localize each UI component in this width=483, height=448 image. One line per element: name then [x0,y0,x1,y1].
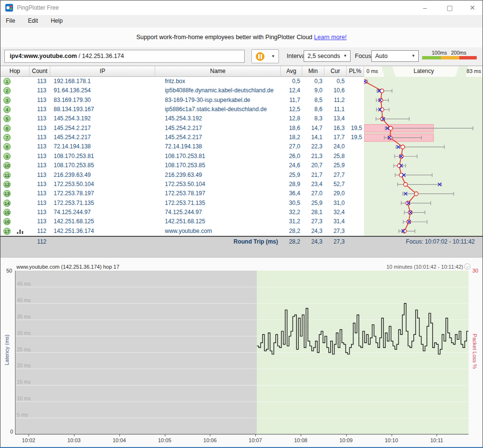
hop-number-badge: 5 [3,115,11,122]
count-cell: 113 [27,142,46,151]
per-hop-latency-graph[interactable] [364,77,483,236]
focus-value: Auto [375,53,388,59]
pause-menu-button[interactable]: ▼ [268,49,279,63]
pl-cell: 19,5 [345,133,362,142]
hop-number-badge: 11 [3,172,11,179]
latency-scale-legend: 100ms 200ms [422,50,477,61]
col-min[interactable]: Min [302,66,324,77]
avg-cell: 28,2 [280,227,300,236]
avg-cell: 18,2 [280,133,300,142]
hop-number-badge: 15 [3,209,11,216]
hop-number-badge: 13 [3,190,11,197]
x-tick [255,434,256,436]
name-cell: 108.170.253.85 [165,161,205,170]
close-button[interactable]: ✕ [464,0,481,15]
ip-cell: 216.239.63.49 [54,171,91,180]
count-cell: 112 [27,227,46,236]
hop-number-badge: 9 [3,153,11,160]
scale-200ms-label: 200ms [451,50,467,56]
menu-edit[interactable]: Edit [23,15,44,27]
avg-cell: 28,9 [280,180,300,189]
packet-loss-axis-title: Packet Loss % [472,330,478,373]
cur-cell: 10,6 [324,86,345,95]
ip-cell: 88.134.193.167 [54,105,94,114]
col-cur[interactable]: Cur [324,66,347,77]
menu-bar: File Edit Help [0,15,483,28]
min-cell: 0,3 [302,77,322,86]
name-cell: 145.254.3.192 [165,114,202,123]
scale-100ms-label: 100ms [432,50,447,56]
cur-cell: 29,0 [324,189,345,198]
interval-value: 2,5 seconds [307,53,340,59]
svg-text:40 ms: 40 ms [17,297,31,303]
name-cell: 216.239.63.49 [165,171,202,180]
packet-loss-axis-max: 30 [472,268,478,274]
menu-file[interactable]: File [0,15,20,27]
menu-help[interactable]: Help [45,15,68,27]
window-title: PingPlotter Free [17,4,59,11]
x-tick [301,434,301,436]
scale-segment [441,56,459,59]
maximize-button[interactable]: ▢ [441,0,458,15]
interval-select[interactable]: 2,5 seconds ▼ [304,50,351,62]
learn-more-link[interactable]: Learn more! [314,34,347,41]
avg-cell: 32,2 [280,208,300,217]
col-pl[interactable]: PL% [347,66,364,77]
col-latency[interactable]: 0 ms Latency 83 ms [364,66,483,77]
target-input[interactable]: ipv4:www.youtube.com / 142.251.36.174 [4,50,245,63]
toolbar: ipv4:www.youtube.com / 142.251.36.174 ▼ … [0,47,483,66]
col-ip[interactable]: IP [50,66,155,77]
round-trip-label: Round Trip (ms) [155,237,278,246]
focus-range-label: Focus: 10:07:02 - 10:11:42 [358,237,479,246]
cur-cell: 25,9 [324,161,345,170]
x-tick [119,434,120,436]
timeline-range-label[interactable]: 10 minutes (10:01:42 - 10:11:42) [386,264,463,270]
name-cell: www.youtube.com [165,227,212,236]
focus-select[interactable]: Auto ▼ [371,50,419,62]
min-cell: 8,3 [302,114,322,123]
latency-timeline-graph[interactable]: 45 ms40 ms35 ms30 ms25 ms20 ms15 ms10 ms… [15,271,468,434]
promo-text: Support work-from-home employees better … [136,34,312,41]
ip-cell: 91.64.136.254 [54,86,91,95]
pause-button[interactable] [251,49,268,63]
cur-cell: 11,2 [324,96,345,105]
chevron-down-icon[interactable]: ⌄ [464,263,470,270]
hop-number-badge: 1 [3,78,11,85]
min-cell: 9,0 [302,86,322,95]
timeline-title: www.youtube.com (142.251.36.174) hop 17 [16,264,119,270]
ip-cell: 172.253.71.135 [54,199,94,208]
hop-number-badge: 10 [3,162,11,169]
x-tick-label: 10:06 [200,437,220,443]
col-count[interactable]: Count [29,66,50,77]
x-tick [346,434,347,436]
svg-text:25 ms: 25 ms [17,347,31,352]
cur-cell: 17,7 [324,133,345,142]
name-cell: ip5b4088fe.dynamic.kabel-deutschland.de [165,86,274,95]
ip-cell: 192.168.178.1 [54,77,91,86]
avg-cell: 26,0 [280,152,300,161]
hop-number-badge: 7 [3,134,11,141]
min-cell: 20,7 [302,161,322,170]
count-cell: 113 [27,180,46,189]
hop-number-badge: 12 [3,181,11,188]
hop-table-body: 1113192.168.178.1fritz.box0,50,30,521139… [0,77,483,236]
x-tick-label: 10:11 [427,437,446,443]
hop-number-badge: 2 [3,87,11,94]
pingplotter-window: PingPlotter Free – ▢ ✕ File Edit Help Su… [0,0,483,448]
x-tick-label: 10:03 [64,437,84,443]
x-tick-label: 10:02 [19,437,38,443]
count-cell: 113 [27,171,46,180]
timeline-panel: www.youtube.com (142.251.36.174) hop 17 … [0,258,483,448]
avg-cell: 12,5 [280,105,300,114]
col-avg[interactable]: Avg [281,66,302,77]
minimize-button[interactable]: – [417,0,433,15]
avg-cell: 0,5 [280,77,300,86]
ip-cell: 142.251.68.125 [54,217,94,226]
cur-cell: 52,7 [324,180,345,189]
footer-min: 24,3 [302,237,322,246]
col-hop[interactable]: Hop [0,66,29,77]
col-name[interactable]: Name [155,66,281,77]
cur-cell: 31,0 [324,199,345,208]
target-ip: / 142.251.36.174 [77,53,124,59]
min-cell: 8,5 [302,96,322,105]
